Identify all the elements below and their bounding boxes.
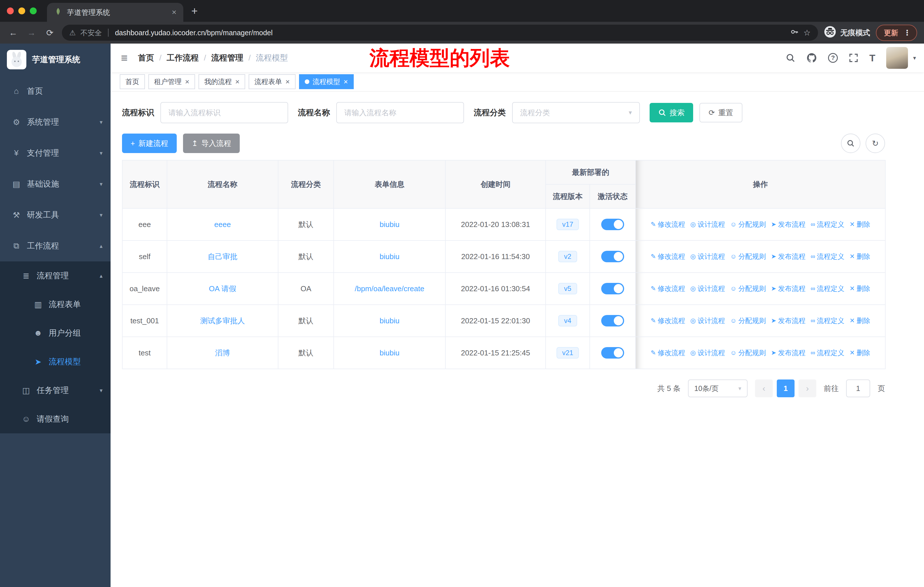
modify-process-link[interactable]: ✎修改流程 — [651, 348, 685, 357]
close-window-button[interactable] — [7, 7, 14, 14]
sidebar-item-user-group[interactable]: ☻ 用户分组 — [0, 319, 111, 347]
sidebar-item-infrastructure[interactable]: ▤ 基础设施 ▾ — [0, 169, 111, 200]
back-icon[interactable]: ← — [7, 28, 20, 38]
active-toggle[interactable] — [601, 219, 624, 230]
process-name-link[interactable]: 滔博 — [215, 349, 230, 357]
active-toggle[interactable] — [601, 283, 624, 294]
close-icon[interactable]: × — [185, 78, 189, 86]
address-bar[interactable]: ⚠ 不安全 dashboard.yudao.iocoder.cn/bpm/man… — [62, 25, 818, 41]
form-info-link[interactable]: biubiu — [380, 220, 399, 229]
process-definition-link[interactable]: ∞流程定义 — [810, 220, 844, 229]
update-button[interactable]: 更新 ⋮ — [876, 25, 917, 41]
assign-rules-link[interactable]: ☺分配规则 — [730, 252, 766, 261]
reset-button[interactable]: ⟳ 重置 — [700, 103, 742, 122]
delete-link[interactable]: ✕删除 — [850, 348, 870, 357]
app-logo[interactable]: 芋道管理系统 — [0, 43, 111, 76]
form-info-link[interactable]: biubiu — [380, 349, 399, 357]
minimize-window-button[interactable] — [18, 7, 25, 14]
publish-process-link[interactable]: ➤发布流程 — [771, 348, 805, 357]
sidebar-toggle-icon[interactable]: ≡ — [111, 51, 138, 64]
key-icon[interactable] — [790, 28, 799, 38]
close-icon[interactable]: × — [344, 78, 348, 86]
page-size-select[interactable]: 10条/页 ▾ — [688, 379, 747, 397]
maximize-window-button[interactable] — [30, 7, 37, 14]
toggle-search-button[interactable] — [841, 134, 860, 153]
close-tab-icon[interactable]: × — [172, 8, 177, 17]
refresh-button[interactable]: ↻ — [866, 134, 885, 153]
delete-link[interactable]: ✕删除 — [850, 220, 870, 229]
process-definition-link[interactable]: ∞流程定义 — [810, 284, 844, 293]
tag-process-model[interactable]: 流程模型 × — [299, 74, 354, 89]
active-toggle[interactable] — [601, 347, 624, 359]
avatar-caret-icon[interactable]: ▾ — [913, 55, 916, 61]
design-process-link[interactable]: ◎设计流程 — [690, 316, 725, 325]
browser-menu-icon[interactable]: ⋮ — [903, 28, 911, 37]
delete-link[interactable]: ✕删除 — [850, 316, 870, 325]
tag-home[interactable]: 首页 — [120, 74, 145, 89]
process-id-input[interactable] — [160, 102, 288, 123]
delete-link[interactable]: ✕删除 — [850, 252, 870, 261]
prev-page-button[interactable]: ‹ — [755, 379, 773, 397]
publish-process-link[interactable]: ➤发布流程 — [771, 220, 805, 229]
close-icon[interactable]: × — [235, 78, 239, 86]
create-process-button[interactable]: + 新建流程 — [122, 134, 177, 153]
tag-tenant-mgmt[interactable]: 租户管理 × — [148, 74, 195, 89]
tag-process-form[interactable]: 流程表单 × — [249, 74, 295, 89]
modify-process-link[interactable]: ✎修改流程 — [651, 220, 685, 229]
process-name-link[interactable]: 测试多审批人 — [200, 316, 245, 325]
process-name-link[interactable]: 自己审批 — [208, 252, 238, 261]
process-definition-link[interactable]: ∞流程定义 — [810, 348, 844, 357]
process-name-link[interactable]: OA 请假 — [209, 284, 236, 293]
design-process-link[interactable]: ◎设计流程 — [690, 284, 725, 293]
assign-rules-link[interactable]: ☺分配规则 — [730, 220, 766, 229]
publish-process-link[interactable]: ➤发布流程 — [771, 316, 805, 325]
modify-process-link[interactable]: ✎修改流程 — [651, 284, 685, 293]
category-select[interactable]: 流程分类 ▾ — [512, 102, 640, 123]
form-info-link[interactable]: biubiu — [380, 316, 399, 325]
goto-page-input[interactable] — [846, 379, 870, 397]
design-process-link[interactable]: ◎设计流程 — [690, 348, 725, 357]
assign-rules-link[interactable]: ☺分配规则 — [730, 284, 766, 293]
active-toggle[interactable] — [601, 251, 624, 262]
breadcrumb-process-mgmt[interactable]: 流程管理 — [211, 53, 243, 63]
font-size-icon[interactable]: T — [869, 53, 875, 64]
assign-rules-link[interactable]: ☺分配规则 — [730, 316, 766, 325]
help-icon[interactable]: ? — [828, 53, 838, 63]
forward-icon[interactable]: → — [25, 28, 38, 38]
sidebar-item-process-mgmt[interactable]: ≣ 流程管理 ▴ — [0, 261, 111, 290]
modify-process-link[interactable]: ✎修改流程 — [651, 316, 685, 325]
url-text[interactable]: dashboard.yudao.iocoder.cn/bpm/manager/m… — [115, 29, 785, 37]
github-icon[interactable] — [806, 53, 817, 63]
bookmark-star-icon[interactable]: ☆ — [804, 28, 810, 38]
modify-process-link[interactable]: ✎修改流程 — [651, 252, 685, 261]
sidebar-item-home[interactable]: ⌂ 首页 — [0, 76, 111, 107]
delete-link[interactable]: ✕删除 — [850, 284, 870, 293]
reload-icon[interactable]: ⟳ — [43, 28, 56, 38]
tag-my-process[interactable]: 我的流程 × — [198, 74, 245, 89]
browser-tab[interactable]: 芋道管理系统 × — [47, 3, 183, 22]
design-process-link[interactable]: ◎设计流程 — [690, 220, 725, 229]
breadcrumb-home[interactable]: 首页 — [138, 53, 154, 63]
publish-process-link[interactable]: ➤发布流程 — [771, 252, 805, 261]
assign-rules-link[interactable]: ☺分配规则 — [730, 348, 766, 357]
search-icon[interactable] — [785, 53, 795, 63]
process-definition-link[interactable]: ∞流程定义 — [810, 252, 844, 261]
page-1-button[interactable]: 1 — [777, 379, 795, 397]
process-name-link[interactable]: eeee — [214, 220, 231, 229]
fullscreen-icon[interactable] — [849, 53, 858, 63]
sidebar-item-payment-mgmt[interactable]: ¥ 支付管理 ▾ — [0, 137, 111, 169]
sidebar-item-process-model[interactable]: ➤ 流程模型 — [0, 347, 111, 376]
user-avatar[interactable] — [886, 47, 908, 69]
process-definition-link[interactable]: ∞流程定义 — [810, 316, 844, 325]
publish-process-link[interactable]: ➤发布流程 — [771, 284, 805, 293]
process-name-input[interactable] — [336, 102, 464, 123]
sidebar-item-process-form[interactable]: ▥ 流程表单 — [0, 290, 111, 319]
breadcrumb-workflow[interactable]: 工作流程 — [167, 53, 199, 63]
active-toggle[interactable] — [601, 315, 624, 326]
search-button[interactable]: 搜索 — [650, 103, 693, 122]
sidebar-item-task-mgmt[interactable]: ◫ 任务管理 ▾ — [0, 376, 111, 405]
import-process-button[interactable]: ↥ 导入流程 — [183, 134, 240, 153]
next-page-button[interactable]: › — [799, 379, 816, 397]
design-process-link[interactable]: ◎设计流程 — [690, 252, 725, 261]
sidebar-item-system-mgmt[interactable]: ⚙ 系统管理 ▾ — [0, 107, 111, 137]
